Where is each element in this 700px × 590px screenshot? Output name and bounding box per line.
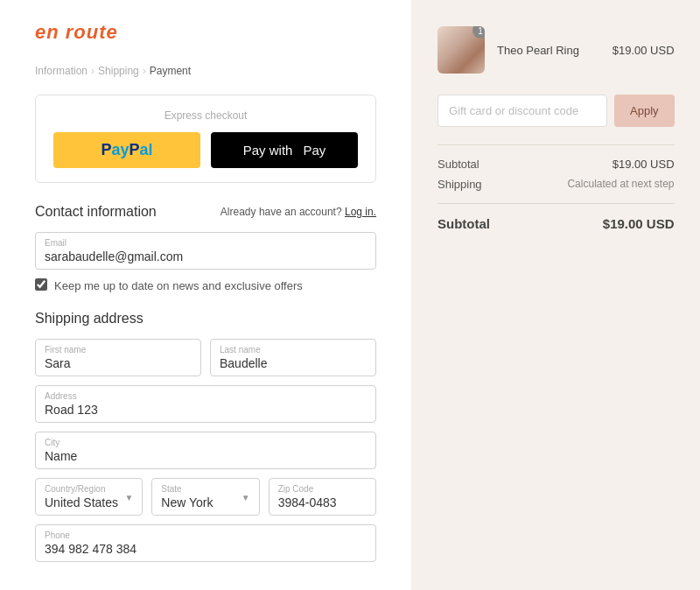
address-label: Address bbox=[45, 391, 367, 401]
email-input[interactable] bbox=[45, 249, 367, 263]
paypal-button[interactable]: PayPal bbox=[53, 132, 200, 168]
address-input[interactable] bbox=[45, 403, 367, 417]
phone-label: Phone bbox=[45, 530, 367, 540]
breadcrumb-payment: Payment bbox=[150, 65, 191, 77]
country-label: Country/Region bbox=[45, 484, 133, 494]
phone-group: Phone bbox=[35, 524, 376, 562]
order-item: 1 Theo Pearl Ring $19.00 USD bbox=[438, 26, 675, 74]
discount-row: Apply bbox=[438, 95, 675, 127]
total-value: $19.00 USD bbox=[603, 216, 675, 231]
address-group: Address bbox=[35, 385, 376, 423]
paypal-icon: PayPal bbox=[101, 141, 152, 159]
contact-section-title: Contact information bbox=[35, 204, 157, 220]
zip-label: Zip Code bbox=[278, 484, 367, 494]
express-checkout-box: Express checkout PayPal Pay with Pay bbox=[35, 95, 376, 183]
breadcrumb-shipping[interactable]: Shipping bbox=[98, 65, 139, 77]
order-summary-panel: 1 Theo Pearl Ring $19.00 USD Apply Subto… bbox=[411, 0, 700, 590]
state-select[interactable]: New York bbox=[161, 495, 249, 509]
first-name-input[interactable] bbox=[45, 356, 192, 370]
newsletter-label: Keep me up to date on news and exclusive… bbox=[54, 279, 303, 292]
subtotal-value: $19.00 USD bbox=[612, 158, 675, 171]
total-row: Subtotal $19.00 USD bbox=[438, 203, 675, 231]
city-group: City bbox=[35, 432, 376, 469]
newsletter-row: Keep me up to date on news and exclusive… bbox=[35, 278, 376, 293]
zip-input[interactable] bbox=[278, 495, 367, 509]
express-checkout-label: Express checkout bbox=[53, 109, 358, 122]
breadcrumb-sep-2: › bbox=[143, 65, 146, 77]
apply-discount-button[interactable]: Apply bbox=[614, 95, 675, 127]
price-breakdown: Subtotal $19.00 USD Shipping Calculated … bbox=[438, 144, 675, 191]
last-name-label: Last name bbox=[220, 345, 367, 355]
breadcrumb-sep-1: › bbox=[91, 65, 94, 77]
footer-actions: ‹ Return to cart Continue to shipping bbox=[35, 579, 376, 590]
shipping-section: Shipping address First name Last name bbox=[35, 311, 376, 562]
login-link[interactable]: Log in. bbox=[345, 206, 376, 218]
country-group: Country/Region United States ▼ bbox=[35, 478, 143, 516]
first-name-group: First name bbox=[35, 339, 201, 376]
item-name: Theo Pearl Ring bbox=[497, 44, 600, 57]
breadcrumb: Information › Shipping › Payment bbox=[35, 65, 376, 77]
item-thumbnail: 1 bbox=[438, 26, 485, 74]
item-price: $19.00 USD bbox=[612, 44, 675, 57]
newsletter-checkbox[interactable] bbox=[35, 278, 47, 291]
state-group: State New York ▼ bbox=[151, 478, 259, 516]
shipping-label: Shipping bbox=[438, 178, 482, 191]
contact-section: Contact information Already have an acco… bbox=[35, 204, 376, 293]
applepay-text-label: Pay with bbox=[243, 143, 293, 158]
applepay-button[interactable]: Pay with Pay bbox=[211, 132, 358, 168]
state-label: State bbox=[161, 484, 249, 494]
email-field-group: Email bbox=[35, 232, 376, 270]
email-label: Email bbox=[45, 238, 367, 248]
city-input[interactable] bbox=[45, 449, 367, 463]
login-prompt: Already have an account? Log in. bbox=[220, 206, 376, 218]
applepay-text-suffix: Pay bbox=[303, 143, 326, 158]
discount-input[interactable] bbox=[438, 95, 607, 127]
total-label: Subtotal bbox=[438, 216, 490, 231]
country-select[interactable]: United States bbox=[45, 495, 133, 509]
breadcrumb-information[interactable]: Information bbox=[35, 65, 88, 77]
subtotal-row: Subtotal $19.00 USD bbox=[438, 158, 675, 171]
item-info: Theo Pearl Ring bbox=[497, 44, 600, 57]
first-name-label: First name bbox=[45, 345, 192, 355]
last-name-group: Last name bbox=[210, 339, 376, 376]
last-name-input[interactable] bbox=[220, 356, 367, 370]
shipping-section-title: Shipping address bbox=[35, 311, 376, 327]
shipping-value: Calculated at next step bbox=[567, 178, 674, 191]
zip-group: Zip Code bbox=[269, 478, 376, 516]
phone-input[interactable] bbox=[45, 542, 367, 556]
subtotal-label: Subtotal bbox=[438, 158, 480, 171]
city-label: City bbox=[45, 438, 367, 447]
logo: en route bbox=[35, 21, 376, 44]
shipping-row: Shipping Calculated at next step bbox=[438, 178, 675, 191]
